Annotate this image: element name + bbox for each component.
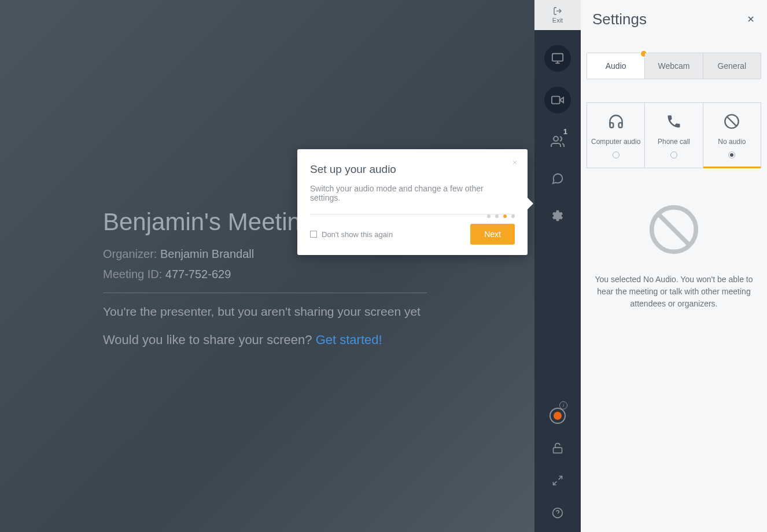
close-icon — [746, 14, 755, 24]
settings-tabs: Audio Webcam General — [587, 53, 761, 79]
record-button[interactable]: i — [544, 402, 571, 429]
organizer-label: Organizer: — [103, 247, 157, 260]
close-icon — [511, 159, 518, 166]
tooltip-title: Set up your audio — [310, 163, 515, 176]
svg-marker-4 — [560, 97, 563, 102]
main-content-area: Benjamin's Meeting Organizer: Benjamin B… — [0, 0, 534, 532]
exit-icon — [553, 6, 562, 16]
tooltip-description: Switch your audio mode and change a few … — [310, 184, 515, 202]
dont-show-label: Don't show this again — [322, 230, 393, 239]
no-audio-large-icon — [647, 203, 700, 256]
tab-audio-label: Audio — [606, 61, 626, 71]
fullscreen-button[interactable] — [544, 467, 571, 494]
unlock-icon — [552, 442, 563, 454]
info-badge-icon: i — [559, 401, 567, 409]
checkbox-icon — [310, 231, 317, 238]
tooltip-progress-dots — [487, 215, 515, 218]
settings-button[interactable] — [544, 202, 571, 229]
share-screen-button[interactable] — [544, 45, 571, 72]
no-audio-message: You selected No Audio. You won't be able… — [581, 274, 767, 310]
tab-general-label: General — [717, 61, 746, 71]
chat-button[interactable] — [544, 165, 571, 192]
svg-line-9 — [554, 482, 557, 485]
attendees-button[interactable]: 1 — [544, 128, 571, 155]
no-audio-icon — [724, 113, 740, 130]
share-prompt-text: Would you like to share your screen? — [103, 332, 316, 347]
meeting-id-value: 477-752-629 — [165, 268, 231, 280]
video-icon — [551, 94, 564, 106]
exit-label: Exit — [552, 17, 563, 24]
svg-rect-7 — [554, 448, 562, 453]
svg-rect-5 — [552, 97, 560, 104]
audio-option-none-label: No audio — [703, 138, 761, 146]
audio-option-computer[interactable]: Computer audio — [587, 103, 645, 168]
settings-panel: Settings Audio Webcam General Computer a… — [581, 0, 767, 532]
audio-option-computer-label: Computer audio — [587, 138, 644, 146]
webcam-button[interactable] — [544, 87, 571, 113]
radio-none — [728, 152, 735, 158]
radio-phone — [670, 152, 677, 158]
audio-options-row: Computer audio Phone call No audio — [587, 102, 761, 168]
svg-line-17 — [658, 214, 689, 245]
meeting-id-row: Meeting ID: 477-752-629 — [103, 268, 534, 281]
svg-point-6 — [554, 136, 558, 141]
expand-icon — [552, 475, 563, 486]
divider — [103, 293, 427, 293]
tab-webcam[interactable]: Webcam — [645, 53, 703, 79]
tab-webcam-label: Webcam — [658, 61, 690, 71]
meeting-id-label: Meeting ID: — [103, 268, 162, 280]
tooltip-divider — [310, 214, 515, 215]
tab-general[interactable]: General — [703, 53, 761, 79]
help-icon — [552, 507, 563, 519]
lock-button[interactable] — [544, 435, 571, 461]
dot-4 — [511, 215, 515, 218]
headset-icon — [608, 113, 624, 130]
chat-icon — [551, 172, 564, 185]
presenter-status-text: You're the presenter, but you aren't sha… — [103, 305, 534, 319]
audio-option-phone-label: Phone call — [645, 138, 702, 146]
settings-title: Settings — [592, 10, 647, 28]
audio-option-none[interactable]: No audio — [703, 103, 761, 168]
monitor-icon — [551, 52, 564, 65]
dont-show-checkbox-container[interactable]: Don't show this again — [310, 230, 393, 239]
close-settings-button[interactable] — [746, 13, 755, 26]
tab-audio[interactable]: Audio — [587, 53, 645, 79]
people-count-badge: 1 — [563, 127, 567, 136]
audio-option-phone[interactable]: Phone call — [645, 103, 703, 168]
organizer-name: Benjamin Brandall — [160, 247, 254, 260]
tooltip-controls-row: Don't show this again Next — [310, 224, 515, 245]
svg-rect-1 — [552, 54, 563, 61]
tooltip-arrow-icon — [528, 198, 533, 209]
dot-3 — [503, 215, 507, 218]
svg-line-15 — [727, 117, 736, 126]
svg-line-8 — [559, 476, 562, 480]
get-started-link[interactable]: Get started! — [316, 332, 382, 347]
help-button[interactable] — [544, 500, 571, 526]
record-circle-icon — [550, 408, 566, 424]
settings-header: Settings — [581, 0, 767, 39]
dot-1 — [487, 215, 491, 218]
dot-2 — [495, 215, 499, 218]
sidebar: Exit 1 — [534, 0, 581, 532]
exit-button[interactable]: Exit — [534, 0, 581, 30]
phone-icon — [666, 113, 682, 130]
onboarding-tooltip: Set up your audio Switch your audio mode… — [297, 149, 528, 255]
people-icon — [551, 135, 565, 149]
share-prompt-row: Would you like to share your screen? Get… — [103, 332, 534, 348]
radio-computer — [613, 152, 620, 158]
tooltip-close-button[interactable] — [511, 157, 518, 168]
record-dot-icon — [554, 412, 562, 420]
next-button[interactable]: Next — [470, 224, 515, 245]
gear-icon — [551, 209, 564, 222]
